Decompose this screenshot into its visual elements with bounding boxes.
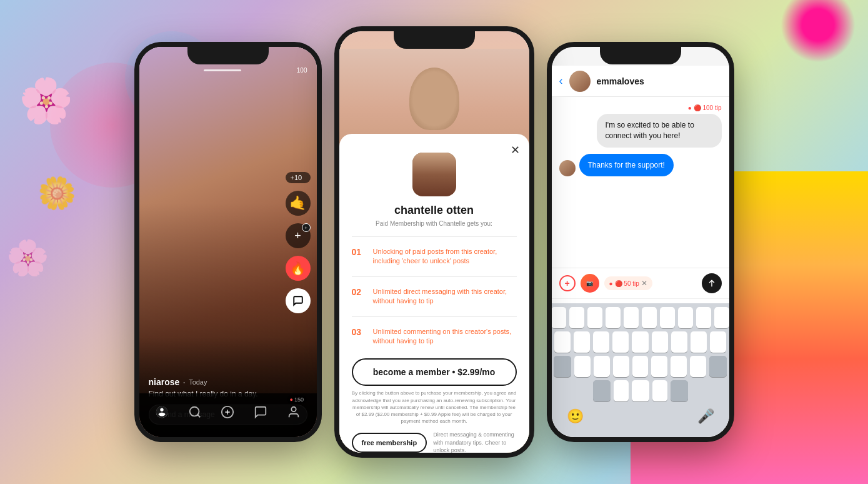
keyboard-row-3 <box>554 356 727 377</box>
key-i[interactable] <box>678 307 693 328</box>
nav-messages[interactable] <box>254 405 267 419</box>
key-c[interactable] <box>613 356 629 377</box>
message-sent-1: Thanks for the support! <box>559 154 722 177</box>
key-k[interactable] <box>691 331 707 353</box>
send-icon <box>707 279 716 288</box>
keyboard: 🙂 🎤 <box>552 303 729 437</box>
add-overlay: + <box>302 223 311 232</box>
keyboard-row-2 <box>554 331 727 353</box>
tip-badge-1: ● 🔴 100 tip <box>688 104 722 111</box>
message-bubble-1: I'm so excited to be able to connect wit… <box>597 114 722 148</box>
status-line <box>204 69 241 71</box>
message-bubble-2: Thanks for the support! <box>579 154 674 177</box>
avatar-inner <box>412 153 456 196</box>
profile-icon <box>287 405 301 419</box>
key-e[interactable] <box>587 307 602 328</box>
tip-close-button[interactable]: ✕ <box>641 279 647 288</box>
fire-button[interactable]: 🔥 <box>286 256 311 281</box>
key-p[interactable] <box>714 307 729 328</box>
back-button[interactable]: ‹ <box>559 74 563 88</box>
phone-1-notch <box>187 47 269 64</box>
key-r[interactable] <box>606 307 621 328</box>
key-v[interactable] <box>632 356 649 377</box>
mic-button[interactable]: 🎤 <box>697 408 714 425</box>
plus-icon: + <box>294 229 301 243</box>
chat-avatar <box>569 71 591 92</box>
key-u[interactable] <box>660 307 675 328</box>
creator-tag: Today <box>189 378 207 386</box>
nav-home[interactable] <box>155 405 169 419</box>
benefit-2-number: 02 <box>352 287 367 297</box>
chat-username: emmaloves <box>597 76 644 86</box>
key-y[interactable] <box>642 307 657 328</box>
keyboard-row-4 <box>554 380 727 401</box>
key-s[interactable] <box>574 331 590 353</box>
nav-add[interactable] <box>221 405 234 419</box>
key-w[interactable] <box>569 307 584 328</box>
separator-dot: • <box>183 380 185 385</box>
key-space[interactable] <box>632 380 649 401</box>
key-q[interactable] <box>551 307 566 328</box>
modal-close-button[interactable]: ✕ <box>511 143 520 157</box>
creator-name: niarose <box>149 377 180 387</box>
key-n[interactable] <box>671 356 687 377</box>
key-g[interactable] <box>632 331 648 353</box>
status-bar-1: 100 <box>149 67 307 74</box>
free-desc: Direct messaging & commenting with manda… <box>433 431 516 453</box>
nav-search[interactable] <box>188 405 202 419</box>
search-icon <box>188 405 202 419</box>
divider-1 <box>352 236 517 237</box>
comment-button[interactable] <box>286 288 311 313</box>
key-delete[interactable] <box>709 356 727 377</box>
key-a[interactable] <box>554 331 571 353</box>
phones-container: 100 +10 🤙 + + 🔥 <box>0 0 868 484</box>
svg-point-5 <box>291 407 296 411</box>
key-t[interactable] <box>624 307 639 328</box>
key-period[interactable] <box>652 380 667 401</box>
battery-indicator: 100 <box>297 67 307 74</box>
key-return[interactable] <box>671 380 688 401</box>
emoji-button[interactable]: 🙂 <box>567 408 584 425</box>
key-h[interactable] <box>652 331 668 353</box>
benefit-3: 03 Unlimited commenting on this creator'… <box>352 322 517 351</box>
phone-2-membership: ✕ chantelle otten Paid Membership with C… <box>334 26 534 458</box>
modal-subtitle: Paid Membership with Chantelle gets you: <box>352 220 517 227</box>
key-m[interactable] <box>690 356 706 377</box>
person-face <box>409 68 459 130</box>
svg-point-1 <box>189 407 199 416</box>
benefit-3-number: 03 <box>352 327 367 337</box>
key-b[interactable] <box>651 356 667 377</box>
divider-3 <box>352 316 517 317</box>
nav-profile[interactable]: ● 150 <box>287 405 301 419</box>
wave-button[interactable]: 🤙 <box>286 191 311 216</box>
become-member-button[interactable]: become a member • $2.99/mo <box>352 358 517 386</box>
creator-avatar <box>412 153 456 196</box>
key-l[interactable] <box>710 331 726 353</box>
keyboard-row-1 <box>554 307 727 328</box>
messages-icon <box>254 405 267 419</box>
add-button[interactable]: + + <box>286 223 311 248</box>
benefit-2-text: Unlimited direct messaging with this cre… <box>373 287 517 306</box>
creator-name-row: niarose • Today <box>149 377 307 387</box>
phone-1-creator: 100 +10 🤙 + + 🔥 <box>134 42 322 442</box>
phone-3-chat: ‹ emmaloves ● 🔴 100 tip I'm so excited t… <box>547 42 734 442</box>
send-button[interactable] <box>702 273 722 293</box>
sender-avatar <box>559 160 576 176</box>
membership-modal: ✕ chantelle otten Paid Membership with C… <box>339 134 529 453</box>
key-comma[interactable] <box>614 380 629 401</box>
key-j[interactable] <box>671 331 687 353</box>
nav-count: ● 150 <box>287 395 307 404</box>
key-numbers[interactable] <box>593 380 611 401</box>
message-received-1: ● 🔴 100 tip I'm so excited to be able to… <box>559 104 722 148</box>
key-d[interactable] <box>593 331 609 353</box>
key-shift[interactable] <box>554 356 571 377</box>
tip-circle[interactable]: 📷 <box>581 274 599 293</box>
key-f[interactable] <box>612 331 629 353</box>
free-membership-button[interactable]: free membership <box>352 433 427 453</box>
tip-add-button[interactable]: + <box>559 275 576 291</box>
fine-print: By clicking the button above to purchase… <box>352 390 517 425</box>
key-z[interactable] <box>574 356 591 377</box>
tip-bar: + 📷 ● 🔴 50 tip ✕ <box>552 268 729 299</box>
key-x[interactable] <box>594 356 610 377</box>
key-o[interactable] <box>696 307 711 328</box>
